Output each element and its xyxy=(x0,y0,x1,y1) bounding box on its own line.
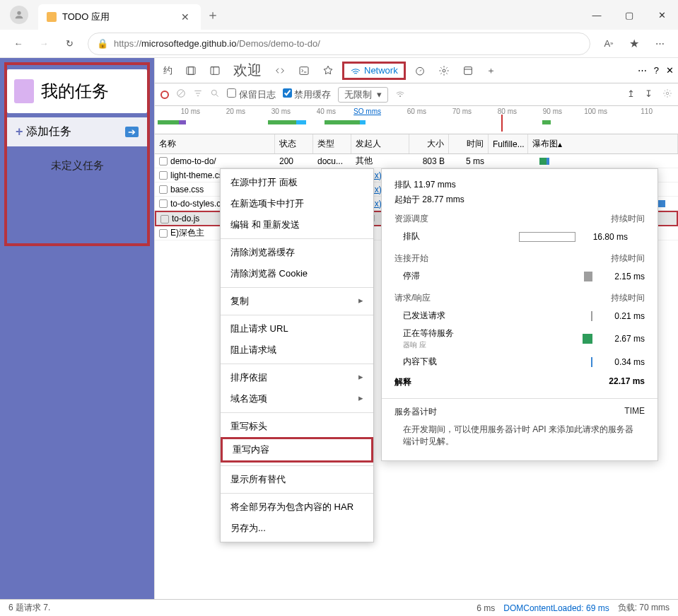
tab-elements-icon[interactable] xyxy=(270,62,290,79)
plus-icon: + xyxy=(16,124,23,139)
record-button[interactable] xyxy=(160,91,169,99)
svg-point-0 xyxy=(17,11,21,15)
status-requests: 6 题请求 7. xyxy=(8,602,50,614)
read-aloud-button[interactable]: A» xyxy=(596,31,621,57)
context-menu-item[interactable]: 排序依据 xyxy=(221,367,373,388)
network-grid-header: 名称 状态 类型 发起人 大小 时间 Fulfille... 瀑布图▴ xyxy=(155,134,678,154)
svg-point-8 xyxy=(416,67,423,75)
dock-icon[interactable] xyxy=(181,62,201,79)
devtools-panel: 约 欢迎 Network ＋ ⋯ ? ✕ 保留日志 禁用缓 xyxy=(154,58,678,599)
submit-icon[interactable]: ➔ xyxy=(125,127,139,137)
tab-add[interactable]: ＋ xyxy=(482,62,500,80)
network-timeline[interactable]: 10 ms20 ms30 ms40 msSO mms60 ms70 ms80 m… xyxy=(155,106,678,134)
timing-tooltip: 排队 11.97 mms 起始于 28.77 mms 资源调度持续时间 排队16… xyxy=(381,168,658,461)
context-menu-item[interactable]: 阻止请求域 xyxy=(221,339,373,361)
filter-icon[interactable] xyxy=(193,88,203,100)
context-menu-item[interactable]: 编辑 和 重新发送 xyxy=(221,214,373,236)
devtools-more-icon[interactable]: ⋯ xyxy=(638,65,647,76)
tab-sources-icon[interactable] xyxy=(318,62,338,79)
profile-avatar[interactable] xyxy=(10,6,28,24)
minimize-button[interactable]: — xyxy=(580,0,613,30)
status-load: 负载: 70 mms xyxy=(618,602,670,614)
url-input[interactable]: 🔒 https://microsoftedge.github.io/Demos/… xyxy=(88,33,590,55)
tab-welcome[interactable]: 欢迎 xyxy=(229,58,266,83)
col-name[interactable]: 名称 xyxy=(155,134,275,153)
col-size[interactable]: 大小 xyxy=(409,134,449,153)
app-header: 我的任务 xyxy=(7,69,147,113)
url-host: microsoftedge.github.io xyxy=(141,38,236,49)
context-menu-item[interactable]: 在源中打开 面板 xyxy=(221,172,373,193)
context-menu-item[interactable]: 清除浏览器缓存 xyxy=(221,242,373,263)
disable-cache-label: 禁用缓存 xyxy=(294,89,331,100)
favorite-button[interactable]: ★ xyxy=(621,31,647,57)
context-menu: 在源中打开 面板在新选项卡中打开编辑 和 重新发送清除浏览器缓存清除浏览器 Co… xyxy=(220,168,374,542)
undefined-task: 未定义任务 xyxy=(7,151,147,181)
new-tab-button[interactable]: ＋ xyxy=(206,6,219,23)
status-finish: 6 ms xyxy=(477,603,495,613)
network-grid-body: demo-to-do/200docu...其他803 B5 mslight-th… xyxy=(155,154,678,599)
context-menu-item[interactable]: 在新选项卡中打开 xyxy=(221,193,373,214)
timing-queued: 排队 11.97 mms xyxy=(394,179,645,191)
timing-started: 起始于 28.77 mms xyxy=(394,194,645,206)
svg-line-14 xyxy=(179,91,184,96)
refresh-button[interactable]: ↻ xyxy=(57,31,82,57)
context-menu-item[interactable]: 重写标头 xyxy=(221,416,373,437)
tab-network[interactable]: Network xyxy=(342,62,406,80)
network-conditions-icon[interactable] xyxy=(395,88,405,100)
context-menu-item[interactable]: 重写内容 xyxy=(221,437,373,463)
col-waterfall[interactable]: 瀑布图▴ xyxy=(528,134,678,153)
url-scheme: https:// xyxy=(114,38,141,49)
svg-point-21 xyxy=(666,92,669,95)
lock-icon: 🔒 xyxy=(97,38,108,49)
tab-console-icon[interactable] xyxy=(294,62,314,79)
devtools-help-icon[interactable]: ? xyxy=(654,65,659,76)
context-menu-item[interactable]: 清除浏览器 Cookie xyxy=(221,263,373,284)
add-task-label: 添加任务 xyxy=(26,124,71,139)
browser-tab[interactable]: TODO 应用 ✕ xyxy=(38,4,201,30)
col-time[interactable]: 时间 xyxy=(449,134,489,153)
svg-point-10 xyxy=(443,69,445,72)
col-initiator[interactable]: 发起人 xyxy=(351,134,409,153)
tab-application-icon[interactable] xyxy=(458,62,478,79)
svg-line-19 xyxy=(216,95,218,97)
col-status[interactable]: 状态 xyxy=(275,134,313,153)
svg-point-20 xyxy=(400,96,401,97)
address-bar: ← → ↻ 🔒 https://microsoftedge.github.io/… xyxy=(0,30,678,58)
context-menu-item[interactable]: 另存为... xyxy=(221,518,373,539)
close-button[interactable]: ✕ xyxy=(645,0,678,30)
table-row[interactable]: demo-to-do/200docu...其他803 B5 ms xyxy=(155,154,678,168)
context-menu-item[interactable]: 域名选项 xyxy=(221,388,373,409)
tab-performance-icon[interactable] xyxy=(410,62,430,79)
preserve-log-label: 保留日志 xyxy=(239,89,276,100)
tab-favicon xyxy=(47,12,57,22)
back-button[interactable]: ← xyxy=(6,31,31,57)
menu-button[interactable]: ⋯ xyxy=(647,31,672,57)
context-menu-item[interactable]: 阻止请求 URL xyxy=(221,318,373,339)
disable-cache-checkbox[interactable]: 禁用缓存 xyxy=(283,88,332,101)
tab-network-label: Network xyxy=(364,65,398,76)
maximize-button[interactable]: ▢ xyxy=(613,0,645,30)
col-type[interactable]: 类型 xyxy=(313,134,351,153)
search-icon[interactable] xyxy=(210,88,220,100)
clear-button[interactable] xyxy=(176,88,186,100)
url-path: /Demos/demo-to-do/ xyxy=(236,38,320,49)
svg-rect-2 xyxy=(189,66,194,74)
context-menu-item[interactable]: 将全部另存为包含内容的 HAR xyxy=(221,496,373,518)
upload-icon[interactable]: ↥ xyxy=(627,88,635,100)
context-menu-item[interactable]: 显示所有替代 xyxy=(221,469,373,490)
app-title: 我的任务 xyxy=(41,80,109,103)
svg-point-18 xyxy=(211,90,216,95)
tab-close-icon[interactable]: ✕ xyxy=(178,11,192,23)
download-icon[interactable]: ↧ xyxy=(645,88,653,100)
titlebar: TODO 应用 ✕ ＋ — ▢ ✕ xyxy=(0,0,678,30)
throttle-select[interactable]: 无限制 ▾ xyxy=(338,87,388,103)
tab-memory-icon[interactable] xyxy=(434,62,454,79)
devtools-close-icon[interactable]: ✕ xyxy=(666,65,674,76)
col-fulfilled[interactable]: Fulfille... xyxy=(489,134,528,153)
add-task-input[interactable]: + 添加任务 ➔ xyxy=(7,117,147,146)
panel-icon[interactable] xyxy=(205,62,225,79)
context-menu-item[interactable]: 复制 xyxy=(221,291,373,312)
tab-inspect[interactable]: 约 xyxy=(159,62,177,80)
settings-icon[interactable] xyxy=(662,88,672,100)
preserve-log-checkbox[interactable]: 保留日志 xyxy=(227,88,276,101)
